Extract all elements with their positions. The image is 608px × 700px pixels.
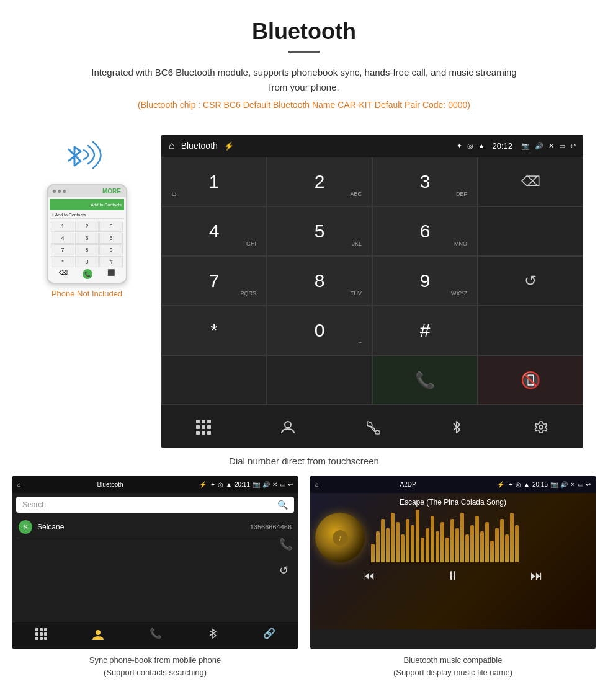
music-x-icon: ✕ bbox=[570, 481, 575, 488]
dial-cell-backspace[interactable]: ⌫ bbox=[478, 157, 583, 206]
music-title: A2DP bbox=[323, 481, 493, 488]
nav-phone[interactable] bbox=[357, 412, 388, 443]
nav-bluetooth[interactable] bbox=[441, 412, 472, 443]
pb-nav-contact[interactable] bbox=[91, 627, 105, 644]
phone-key-8[interactable]: 8 bbox=[75, 244, 99, 255]
eq-bar bbox=[436, 531, 439, 562]
phone-keypad: 1 2 3 4 5 6 7 8 9 * 0 # bbox=[50, 221, 124, 267]
volume-icon[interactable]: 🔊 bbox=[535, 142, 543, 150]
dial-key-7[interactable]: 7 PQRS bbox=[161, 256, 267, 306]
pb-home-icon[interactable]: ⌂ bbox=[17, 481, 21, 488]
svg-rect-19 bbox=[44, 637, 47, 640]
dial-key-3[interactable]: 3 DEF bbox=[372, 157, 478, 206]
pb-nav-grid[interactable] bbox=[35, 627, 47, 644]
dial-key-0[interactable]: 0 + bbox=[267, 306, 372, 355]
side-refresh-icon[interactable]: ↺ bbox=[279, 564, 293, 577]
contact-name: Seicane bbox=[37, 523, 250, 531]
dial-6-sub: MNO bbox=[454, 241, 467, 247]
eq-bar bbox=[381, 519, 385, 562]
svg-rect-2 bbox=[207, 420, 211, 423]
music-home-icon[interactable]: ⌂ bbox=[315, 481, 319, 488]
eq-bar bbox=[421, 538, 424, 562]
statusbar-right: ✦ ◎ ▲ 20:12 📷 🔊 ✕ ▭ ↩ bbox=[457, 141, 576, 151]
dial-cell-refresh[interactable]: ↺ bbox=[478, 256, 583, 306]
play-pause-button[interactable]: ⏸ bbox=[447, 569, 459, 583]
svg-rect-4 bbox=[202, 425, 205, 429]
dial-key-5[interactable]: 5 JKL bbox=[267, 206, 372, 256]
dial-key-hash[interactable]: # bbox=[372, 306, 478, 355]
dial-1-main: 1 bbox=[209, 171, 220, 192]
dial-key-2[interactable]: 2 ABC bbox=[267, 157, 372, 206]
svg-rect-1 bbox=[202, 420, 205, 423]
eq-bar bbox=[426, 528, 429, 562]
next-track-button[interactable]: ⏭ bbox=[530, 569, 543, 583]
svg-rect-11 bbox=[35, 628, 38, 631]
dial-key-6[interactable]: 6 MNO bbox=[372, 206, 478, 256]
svg-rect-18 bbox=[40, 637, 43, 640]
call-green-cell[interactable]: 📞 bbox=[372, 355, 478, 405]
dial-9-sub: WXYZ bbox=[451, 290, 467, 296]
phone-key-4[interactable]: 4 bbox=[51, 233, 74, 244]
phone-key-7[interactable]: 7 bbox=[51, 244, 74, 255]
pb-location-icon: ◎ bbox=[218, 481, 223, 488]
pb-nav-link[interactable]: 🔗 bbox=[263, 627, 275, 644]
phone-key-0[interactable]: 0 bbox=[75, 256, 99, 267]
back-icon[interactable]: ↩ bbox=[570, 142, 576, 150]
close-icon[interactable]: ✕ bbox=[548, 142, 554, 150]
dial-key-4[interactable]: 4 GHI bbox=[161, 206, 267, 256]
phone-key-2[interactable]: 2 bbox=[75, 221, 99, 232]
eq-bar bbox=[431, 516, 434, 562]
music-art-area: ♪ bbox=[315, 513, 591, 562]
music-controls: ⏮ ⏸ ⏭ bbox=[315, 562, 591, 583]
eq-bar bbox=[510, 513, 514, 562]
dial-3-sub: DEF bbox=[456, 191, 467, 197]
car-statusbar: ⌂ Bluetooth ⚡ ✦ ◎ ▲ 20:12 📷 🔊 ✕ ▭ ↩ bbox=[161, 135, 583, 157]
phonebook-bottom-nav: 📞 🔗 bbox=[12, 622, 298, 649]
phone-call-button[interactable]: 📞 bbox=[83, 269, 92, 279]
phone-key-star[interactable]: * bbox=[51, 256, 74, 267]
nav-contacts[interactable] bbox=[272, 412, 303, 443]
phone-key-3[interactable]: 3 bbox=[99, 221, 123, 232]
eq-bar bbox=[460, 513, 464, 562]
eq-bar bbox=[376, 531, 380, 562]
music-bt-icon: ✦ bbox=[508, 481, 513, 488]
pb-nav-bt[interactable] bbox=[207, 627, 219, 644]
dial-key-star[interactable]: * bbox=[161, 306, 267, 355]
phone-contact-hint: + Add to Contacts bbox=[50, 211, 124, 219]
dial-key-8[interactable]: 8 TUV bbox=[267, 256, 372, 306]
dialpad-container: 1 ω 2 ABC 3 DEF ⌫ 4 GHI 5 JKL bbox=[161, 157, 583, 355]
music-cam-icon: 📷 bbox=[550, 481, 558, 488]
svg-rect-5 bbox=[207, 425, 211, 429]
svg-rect-17 bbox=[35, 637, 38, 640]
phone-key-hash[interactable]: # bbox=[99, 256, 123, 267]
phone-key-9[interactable]: 9 bbox=[99, 244, 123, 255]
dial-0-main: 0 bbox=[315, 320, 325, 341]
music-caption: Bluetooth music compatible(Support displ… bbox=[310, 654, 596, 678]
svg-point-9 bbox=[285, 422, 291, 428]
dial-4-main: 4 bbox=[209, 221, 220, 242]
dial-key-9[interactable]: 9 WXYZ bbox=[372, 256, 478, 306]
contact-row[interactable]: S Seicane 13566664466 bbox=[16, 516, 294, 538]
phone-key-5[interactable]: 5 bbox=[75, 233, 99, 244]
home-icon[interactable]: ⌂ bbox=[169, 140, 175, 151]
prev-track-button[interactable]: ⏮ bbox=[363, 569, 375, 583]
signal-waves bbox=[81, 138, 112, 174]
phone-screen: Add to Contacts + Add to Contacts 1 2 3 … bbox=[48, 197, 126, 283]
pb-usb-icon: ⚡ bbox=[199, 481, 207, 488]
nav-settings[interactable] bbox=[525, 412, 557, 443]
dial-key-1[interactable]: 1 ω bbox=[161, 157, 267, 206]
pb-nav-phone[interactable]: 📞 bbox=[150, 627, 162, 644]
nav-dialpad[interactable] bbox=[188, 412, 219, 443]
side-phone-icon[interactable]: 📞 bbox=[279, 538, 293, 551]
window-icon[interactable]: ▭ bbox=[559, 142, 565, 150]
call-red-cell[interactable]: 📵 bbox=[478, 355, 583, 405]
search-bar[interactable]: Search 🔍 bbox=[16, 497, 294, 513]
music-vol-icon: 🔊 bbox=[560, 481, 568, 488]
phone-bottom-icon-2: ⬛ bbox=[107, 269, 115, 279]
phone-bottom-row: ⌫ 📞 ⬛ bbox=[50, 267, 124, 281]
eq-bar bbox=[411, 525, 414, 562]
phone-key-6[interactable]: 6 bbox=[99, 233, 123, 244]
phone-bottom-icon-1: ⌫ bbox=[59, 269, 68, 279]
phone-key-1[interactable]: 1 bbox=[51, 221, 74, 232]
phone-green-bar: Add to Contacts bbox=[50, 199, 124, 210]
